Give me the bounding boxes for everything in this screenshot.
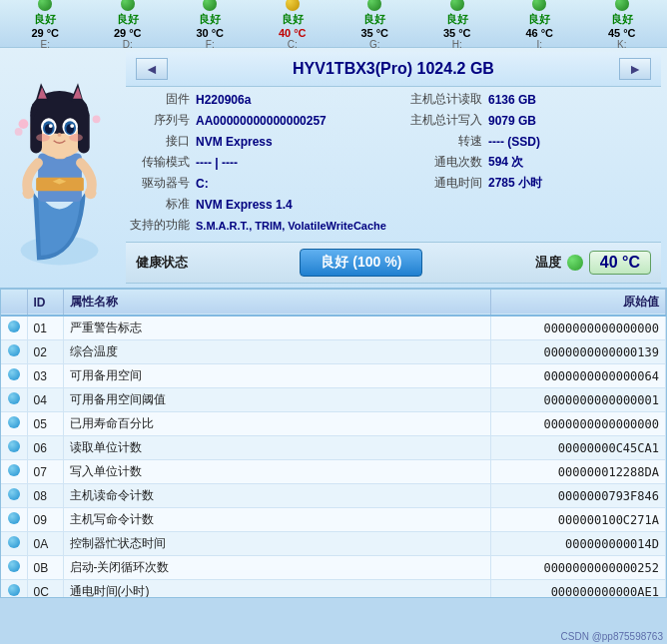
temp-item-d: 良好 29 °C D:: [114, 0, 142, 50]
temp-item-f: 良好 30 °C F:: [196, 0, 224, 50]
row-dot-cell: [1, 532, 27, 556]
info-left: 固件 H220906a 序列号 AA00000000000000257 接口 N…: [126, 91, 388, 238]
info-right: 主机总计读取 6136 GB 主机总计写入 9079 GB 转速 ---- (S…: [388, 91, 661, 238]
status-dot-icon: [8, 321, 20, 332]
svg-point-25: [69, 134, 83, 142]
row-dot-cell: [1, 484, 27, 508]
attr-name: 主机写命令计数: [63, 508, 491, 532]
temp-value: 35 °C: [443, 27, 471, 39]
status-dot-icon: [8, 584, 20, 596]
temp-value: 46 °C: [525, 27, 553, 39]
status-label: 良好: [363, 12, 385, 27]
attr-name: 写入单位计数: [63, 460, 491, 484]
svg-point-28: [93, 115, 101, 123]
drive-letter-label: 驱动器号: [126, 175, 196, 192]
status-label: 良好: [446, 12, 468, 27]
smart-table-container[interactable]: ID 属性名称 原始值 01 严重警告标志 0000000000000000 0…: [0, 289, 667, 598]
svg-point-27: [15, 128, 23, 136]
temp-value: 29 °C: [31, 27, 59, 39]
row-dot-cell: [1, 364, 27, 388]
serial-value: AA00000000000000257: [196, 114, 327, 128]
prev-drive-button[interactable]: ◄: [136, 58, 168, 80]
status-label: 良好: [528, 12, 550, 27]
status-dot-icon: [8, 488, 20, 500]
status-label: 良好: [282, 12, 304, 27]
attr-id: 06: [27, 436, 63, 460]
health-badge: 良好 (100 %): [300, 249, 422, 277]
temp-dot-icon: [615, 0, 629, 11]
attr-id: 0C: [27, 580, 63, 599]
svg-point-23: [58, 133, 62, 137]
row-dot-cell: [1, 508, 27, 532]
standard-value: NVM Express 1.4: [196, 198, 293, 212]
drive-title-bar: ◄ HYV1TBX3(Pro) 1024.2 GB ►: [126, 52, 661, 87]
col-name: 属性名称: [63, 290, 491, 316]
attr-raw-value: 0000000793F846: [491, 484, 666, 508]
rotation-value: ---- (SSD): [488, 135, 540, 149]
col-raw: 原始值: [491, 290, 666, 316]
table-header-row: ID 属性名称 原始值: [1, 290, 666, 316]
svg-point-5: [85, 187, 97, 199]
temp-item-g: 良好 35 °C G:: [360, 0, 388, 50]
temp-value: 45 °C: [608, 27, 636, 39]
table-row: 08 主机读命令计数 0000000793F846: [1, 484, 666, 508]
drive-title: HYV1TBX3(Pro) 1024.2 GB: [168, 60, 619, 78]
power-on-time-value: 2785 小时: [488, 175, 542, 192]
svg-point-4: [23, 187, 35, 199]
next-drive-button[interactable]: ►: [619, 58, 651, 80]
attr-name: 通电时间(小时): [63, 580, 491, 599]
svg-point-26: [19, 119, 29, 129]
attr-id: 05: [27, 412, 63, 436]
interface-label: 接口: [126, 133, 196, 150]
attr-id: 02: [27, 340, 63, 364]
table-row: 0A 控制器忙状态时间 000000000014D: [1, 532, 666, 556]
serial-label: 序列号: [126, 112, 196, 129]
table-row: 01 严重警告标志 0000000000000000: [1, 316, 666, 340]
attr-raw-value: 000000100C271A: [491, 508, 666, 532]
attr-name: 读取单位计数: [63, 436, 491, 460]
character-illustration: [0, 48, 120, 288]
attr-name: 已用寿命百分比: [63, 412, 491, 436]
temp-badge-value: 40 °C: [589, 251, 651, 275]
health-label: 健康状态: [136, 254, 188, 272]
attr-raw-value: 000000000000AE1: [491, 580, 666, 599]
attr-raw-value: 0000000000000000: [491, 412, 666, 436]
status-label: 良好: [199, 12, 221, 27]
attr-id: 01: [27, 316, 63, 340]
attr-id: 0B: [27, 556, 63, 580]
power-on-count-label: 通电次数: [398, 154, 488, 171]
attr-name: 启动-关闭循环次数: [63, 556, 491, 580]
transfer-label: 传输模式: [126, 154, 196, 171]
standard-label: 标准: [126, 196, 196, 213]
attr-name: 综合温度: [63, 340, 491, 364]
power-on-time-label: 通电时间: [398, 175, 488, 192]
status-dot-icon: [8, 416, 20, 428]
row-dot-cell: [1, 460, 27, 484]
transfer-value: ---- | ----: [196, 156, 238, 170]
host-writes-label: 主机总计写入: [398, 112, 488, 129]
temp-badge-label: 温度: [535, 254, 561, 272]
attr-name: 主机读命令计数: [63, 484, 491, 508]
table-row: 06 读取单位计数 00000000C45CA1: [1, 436, 666, 460]
attr-name: 可用备用空间: [63, 364, 491, 388]
status-dot-icon: [8, 464, 20, 476]
temp-dot-icon: [38, 0, 52, 11]
row-dot-cell: [1, 316, 27, 340]
attr-raw-value: 0000000000000000: [491, 316, 666, 340]
col-id: ID: [27, 290, 63, 316]
temp-value: 40 °C: [279, 27, 307, 39]
temp-dot-icon: [203, 0, 217, 11]
temp-value: 30 °C: [196, 27, 224, 39]
temp-item-c: 良好 40 °C C:: [279, 0, 307, 50]
drive-letter-value: C:: [196, 177, 209, 191]
attr-raw-value: 0000000000000001: [491, 388, 666, 412]
attr-raw-value: 0000000000000064: [491, 364, 666, 388]
firmware-value: H220906a: [196, 93, 251, 107]
status-dot-icon: [8, 392, 20, 404]
row-dot-cell: [1, 556, 27, 580]
status-label: 良好: [34, 12, 56, 27]
attr-raw-value: 0000000000000252: [491, 556, 666, 580]
status-dot-icon: [8, 560, 20, 572]
row-dot-cell: [1, 388, 27, 412]
status-label: 良好: [117, 12, 139, 27]
